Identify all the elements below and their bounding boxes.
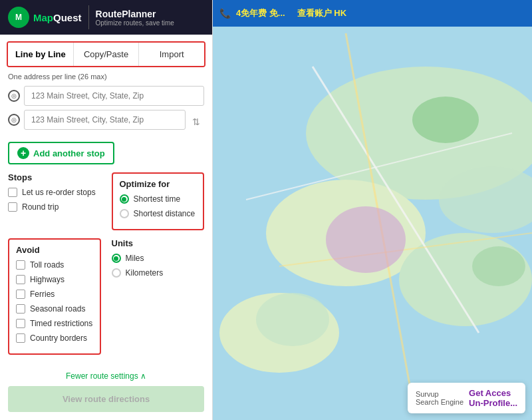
toll-roads-option[interactable]: Toll roads: [16, 260, 93, 270]
svg-point-12: [326, 206, 406, 273]
map-header-text: 4免年费 免... 查看账户 HK: [236, 7, 346, 19]
stops-title: Stops: [8, 172, 101, 182]
round-trip-label: Round trip: [22, 202, 59, 212]
input-tabs: Line by Line Copy/Paste Import: [7, 41, 205, 67]
address-label: One address per line (26 max): [8, 73, 204, 81]
route-planner-branding: RoutePlanner Optimize routes, save time: [96, 9, 174, 27]
avoid-col: Avoid Toll roads Highways Ferries: [8, 238, 101, 355]
country-borders-label: Country borders: [30, 333, 87, 343]
timed-restrictions-label: Timed restrictions: [30, 319, 92, 328]
toll-roads-checkbox[interactable]: [16, 260, 25, 270]
ferries-checkbox[interactable]: [16, 290, 25, 299]
tab-import[interactable]: Import: [139, 43, 204, 66]
address-row-2: ◎: [8, 110, 186, 130]
svg-point-14: [472, 246, 525, 286]
reorder-stops-label: Let us re-order stops: [22, 188, 96, 197]
timed-restrictions-checkbox[interactable]: [16, 319, 25, 328]
map-header-bar: 📞 4免年费 免... 查看账户 HK: [213, 0, 532, 27]
mapquest-logo-icon: M: [8, 7, 29, 28]
shortest-time-label: Shortest time: [134, 194, 181, 204]
miles-radio[interactable]: [112, 254, 121, 263]
round-trip-checkbox[interactable]: [8, 202, 17, 212]
kilometers-radio[interactable]: [112, 268, 121, 278]
toll-roads-label: Toll roads: [30, 260, 64, 270]
view-route-button[interactable]: View route directions: [8, 386, 204, 412]
tab-line-by-line[interactable]: Line by Line: [8, 43, 74, 66]
shortest-time-radio[interactable]: [120, 194, 129, 204]
kilometers-option[interactable]: Kilometers: [112, 268, 205, 278]
destination-input[interactable]: [24, 110, 186, 130]
svg-text:M: M: [15, 13, 22, 22]
swap-icon[interactable]: ⇅: [188, 116, 204, 127]
svg-point-15: [256, 293, 329, 346]
tab-copy-paste[interactable]: Copy/Paste: [74, 43, 140, 66]
add-stop-button[interactable]: + Add another stop: [8, 142, 114, 164]
highways-option[interactable]: Highways: [16, 275, 93, 284]
product-title: RoutePlanner: [96, 9, 174, 19]
reorder-stops-checkbox[interactable]: [8, 188, 17, 197]
map-background: [213, 0, 532, 420]
highways-label: Highways: [30, 275, 65, 284]
map-panel: 📞 4免年费 免... 查看账户 HK SurvupSearch Engine …: [213, 0, 532, 420]
fewer-settings-link[interactable]: Fewer route settings ∧: [0, 366, 212, 386]
optimize-box: Optimize for Shortest time Shortest dist…: [112, 172, 205, 230]
bottom-section: Fewer route settings ∧ View route direct…: [0, 366, 212, 420]
avoid-title: Avoid: [16, 245, 93, 255]
destination-icon: ◎: [8, 114, 20, 126]
country-borders-option[interactable]: Country borders: [16, 333, 93, 343]
seasonal-roads-checkbox[interactable]: [16, 304, 25, 314]
kilometers-label: Kilometers: [126, 268, 164, 278]
product-subtitle: Optimize routes, save time: [96, 19, 174, 27]
logo-text: MapQuest: [33, 12, 82, 23]
shortest-distance-radio[interactable]: [120, 209, 129, 218]
round-trip-option[interactable]: Round trip: [8, 202, 101, 212]
seasonal-roads-option[interactable]: Seasonal roads: [16, 304, 93, 314]
options-grid: Stops Let us re-order stops Round trip O…: [0, 172, 212, 230]
add-stop-label: Add another stop: [33, 148, 105, 158]
shortest-distance-option[interactable]: Shortest distance: [120, 209, 197, 218]
units-col: Units Miles Kilometers: [112, 238, 205, 355]
ad-left-text: SurvupSearch Engine: [416, 390, 464, 406]
logo-area: M MapQuest: [8, 7, 82, 28]
shortest-distance-label: Shortest distance: [134, 209, 196, 218]
seasonal-roads-label: Seasonal roads: [30, 304, 85, 314]
optimize-section: Optimize for Shortest time Shortest dist…: [112, 172, 205, 230]
stops-section: Stops Let us re-order stops Round trip: [8, 172, 101, 230]
highways-checkbox[interactable]: [16, 275, 25, 284]
country-borders-checkbox[interactable]: [16, 333, 25, 343]
ferries-label: Ferries: [30, 290, 55, 299]
ferries-option[interactable]: Ferries: [16, 290, 93, 299]
units-title: Units: [112, 238, 205, 248]
svg-point-13: [412, 97, 479, 143]
map-ad-overlay: SurvupSearch Engine Get AccesUn-Profile.…: [408, 383, 525, 413]
miles-label: Miles: [126, 254, 144, 263]
origin-input[interactable]: [24, 86, 204, 106]
header-divider: [88, 5, 89, 29]
phone-icon: 📞: [219, 8, 231, 19]
address-row-1: ◎: [8, 86, 204, 106]
avoid-grid: Avoid Toll roads Highways Ferries: [8, 238, 204, 355]
add-stop-icon: +: [17, 147, 29, 159]
timed-restrictions-option[interactable]: Timed restrictions: [16, 319, 93, 328]
address-section: One address per line (26 max) ◎ ◎ ⇅: [0, 73, 212, 134]
avoid-units-section: Avoid Toll roads Highways Ferries: [0, 238, 212, 355]
miles-option[interactable]: Miles: [112, 254, 205, 263]
shortest-time-option[interactable]: Shortest time: [120, 194, 197, 204]
origin-icon: ◎: [8, 90, 20, 102]
optimize-title: Optimize for: [120, 179, 197, 189]
reorder-stops-option[interactable]: Let us re-order stops: [8, 188, 101, 197]
ad-right-text: Get AccesUn-Profile...: [469, 388, 517, 408]
avoid-box: Avoid Toll roads Highways Ferries: [8, 238, 101, 355]
left-panel: M MapQuest RoutePlanner Optimize routes,…: [0, 0, 213, 420]
app-header: M MapQuest RoutePlanner Optimize routes,…: [0, 0, 212, 35]
